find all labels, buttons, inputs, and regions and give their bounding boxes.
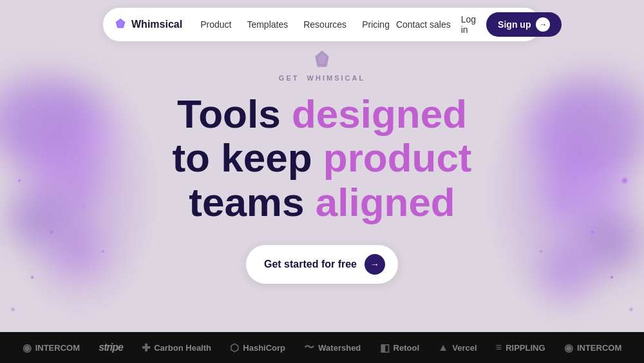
whimsical-logo-icon bbox=[113, 17, 128, 32]
signup-arrow-icon: → bbox=[536, 17, 550, 32]
logo-stripe: stripe bbox=[99, 342, 123, 353]
logo-vercel: ▲ Vercel bbox=[438, 342, 477, 353]
retool-icon: ◧ bbox=[380, 342, 390, 354]
logo-retool: ◧ Retool bbox=[380, 342, 419, 354]
logo-rippling: ≡ RIPPLING bbox=[496, 342, 545, 353]
logo-carbon-health: ✚ Carbon Health bbox=[142, 342, 211, 354]
intercom-2-icon: ◉ bbox=[564, 342, 573, 354]
nav-templates[interactable]: Templates bbox=[240, 15, 294, 34]
signup-button[interactable]: Sign up → bbox=[486, 12, 562, 37]
hashicorp-icon: ⬡ bbox=[230, 342, 239, 354]
logo-hashicorp: ⬡ HashiCorp bbox=[230, 342, 285, 354]
hero-content: GET WHIMSICAL Tools designed to keep pro… bbox=[0, 0, 644, 332]
navbar-right: Contact sales Log in Sign up → bbox=[396, 10, 562, 39]
headline-line-2: to keep product bbox=[172, 136, 471, 180]
login-link[interactable]: Log in bbox=[456, 10, 481, 39]
cta-arrow-icon: → bbox=[365, 254, 385, 275]
get-started-button[interactable]: Get started for free → bbox=[246, 245, 398, 284]
headline-line-1: Tools designed bbox=[172, 92, 471, 136]
carbon-health-icon: ✚ bbox=[142, 342, 150, 354]
nav-pricing[interactable]: Pricing bbox=[355, 15, 396, 34]
hero-headline: Tools designed to keep product teams ali… bbox=[172, 92, 471, 224]
hero-logo-icon bbox=[310, 48, 334, 72]
eyebrow: GET WHIMSICAL bbox=[279, 48, 365, 82]
contact-sales-link[interactable]: Contact sales bbox=[396, 19, 451, 30]
nav-product[interactable]: Product bbox=[194, 15, 238, 34]
nav-menu: Product Templates Resources Pricing bbox=[194, 15, 396, 34]
logo-watershed: 〜 Watershed bbox=[304, 341, 361, 355]
logo[interactable]: Whimsical bbox=[113, 17, 182, 32]
eyebrow-text: GET WHIMSICAL bbox=[279, 74, 365, 82]
nav-resources[interactable]: Resources bbox=[297, 15, 353, 34]
rippling-icon: ≡ bbox=[496, 342, 502, 353]
logo-text: Whimsical bbox=[131, 19, 182, 30]
headline-line-3: teams aligned bbox=[172, 181, 471, 224]
intercom-icon: ◉ bbox=[23, 342, 32, 354]
logo-intercom-1: ◉ INTERCOM bbox=[23, 342, 80, 354]
watershed-icon: 〜 bbox=[304, 341, 314, 355]
navbar: Whimsical Product Templates Resources Pr… bbox=[103, 8, 541, 41]
vercel-icon: ▲ bbox=[438, 342, 448, 353]
logo-intercom-2: ◉ INTERCOM bbox=[564, 342, 621, 354]
logos-bar: ◉ INTERCOM stripe ✚ Carbon Health ⬡ Hash… bbox=[0, 332, 644, 363]
